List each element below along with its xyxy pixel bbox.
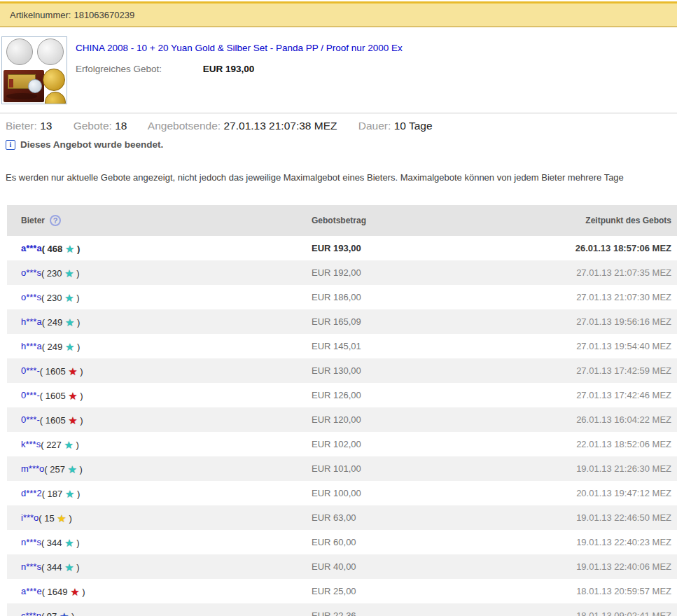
help-icon[interactable]: ? xyxy=(50,215,61,226)
item-number-bar: Artikelnummer: 181063670239 xyxy=(0,1,677,27)
card-stripe-icon xyxy=(9,79,13,88)
bidder-link[interactable]: n***s xyxy=(21,537,41,547)
winning-bid-line: Erfolgreiches Gebot: EUR 193,00 xyxy=(76,64,403,74)
auction-stats: Bieter: 13 Gebote: 18 Angebotsende: 27.0… xyxy=(0,113,677,132)
bidder-link[interactable]: a***e xyxy=(21,586,42,596)
table-body: a***a ( 468 ★ )EUR 193,0026.01.13 18:57:… xyxy=(7,236,677,616)
feedback-count: ( 1605 ★ ) xyxy=(40,390,83,401)
bidder-link[interactable]: h***a xyxy=(21,316,42,327)
item-summary: CHINA 2008 - 10 + 20 Yuan Gold & Silber … xyxy=(1,36,677,104)
bidder-link[interactable]: d***2 xyxy=(21,488,42,498)
item-number-value: 181063670239 xyxy=(74,10,134,20)
feedback-star-icon: ★ xyxy=(68,414,77,426)
feedback-star-icon: ★ xyxy=(65,341,74,353)
bid-row: k***s ( 227 ★ )EUR 102,0022.01.13 18:52:… xyxy=(7,432,677,456)
bid-time: 27.01.13 21:07:30 MEZ xyxy=(543,292,677,302)
feedback-star-icon: ★ xyxy=(64,267,74,279)
bid-row: o***s ( 230 ★ )EUR 192,0027.01.13 21:07:… xyxy=(7,260,677,285)
bid-row: h***a ( 249 ★ )EUR 165,0927.01.13 19:56:… xyxy=(7,309,677,334)
column-header-bidder: Bieter ? xyxy=(7,215,312,226)
bidder-link[interactable]: m***o xyxy=(21,463,44,474)
bidder-link[interactable]: o***s xyxy=(21,267,41,278)
feedback-count: ( 249 ★ ) xyxy=(42,316,81,328)
feedback-star-icon: ★ xyxy=(70,586,79,598)
feedback-count: ( 230 ★ ) xyxy=(41,292,80,303)
bid-time: 27.01.13 17:42:46 MEZ xyxy=(543,390,677,400)
bid-time: 18.01.13 09:02:41 MEZ xyxy=(543,610,677,616)
feedback-count: ( 227 ★ ) xyxy=(41,439,79,450)
bid-amount: EUR 165,09 xyxy=(312,316,543,327)
bidder-link[interactable]: a***a xyxy=(21,243,42,253)
feedback-star-icon: ★ xyxy=(65,488,74,500)
silver-coin-icon xyxy=(6,38,33,65)
stat-bids: Gebote: 18 xyxy=(74,120,127,132)
bid-history-description: Es werden nur aktuelle Gebote angezeigt,… xyxy=(6,172,677,183)
bid-row: o***s ( 230 ★ )EUR 186,0027.01.13 21:07:… xyxy=(7,285,677,309)
bid-row: m***o ( 257 ★ )EUR 101,0019.01.13 21:26:… xyxy=(7,456,677,481)
feedback-star-icon: ★ xyxy=(64,561,74,573)
ended-notice-text: Dieses Angebot wurde beendet. xyxy=(20,139,163,150)
bid-row: n***s ( 344 ★ )EUR 60,0019.01.13 22:40:2… xyxy=(7,530,677,554)
bid-amount: EUR 100,00 xyxy=(312,488,543,498)
feedback-count: ( 230 ★ ) xyxy=(41,267,80,279)
feedback-count: ( 1605 ★ ) xyxy=(40,414,83,426)
feedback-count: ( 97 ★ ) xyxy=(41,610,74,616)
feedback-star-icon: ★ xyxy=(65,243,74,255)
feedback-count: ( 344 ★ ) xyxy=(41,537,80,548)
bid-time: 20.01.13 19:47:12 MEZ xyxy=(543,488,677,498)
bid-time: 26.01.13 16:04:22 MEZ xyxy=(543,414,677,425)
feedback-count: ( 1605 ★ ) xyxy=(40,365,83,377)
item-number-label: Artikelnummer: xyxy=(10,10,71,20)
feedback-star-icon: ★ xyxy=(64,292,74,304)
gold-coin-icon xyxy=(43,69,65,91)
feedback-count: ( 15 ★ ) xyxy=(39,512,71,524)
feedback-count: ( 1649 ★ ) xyxy=(42,586,85,597)
info-icon: i xyxy=(6,140,15,150)
bid-amount: EUR 186,00 xyxy=(312,292,543,302)
feedback-star-icon: ★ xyxy=(65,316,74,328)
bidder-link[interactable]: c***n xyxy=(21,610,41,616)
bidder-link[interactable]: o***s xyxy=(21,292,41,302)
bid-time: 27.01.13 17:42:59 MEZ xyxy=(543,365,677,376)
bid-amount: EUR 126,00 xyxy=(312,390,543,400)
bid-amount: EUR 120,00 xyxy=(312,414,543,425)
bid-amount: EUR 145,01 xyxy=(312,341,543,351)
bidder-link[interactable]: n***s xyxy=(21,561,41,572)
bid-amount: EUR 25,00 xyxy=(312,586,543,596)
winning-bid-label: Erfolgreiches Gebot: xyxy=(76,64,200,74)
stat-bidders: Bieter: 13 xyxy=(6,120,52,132)
bid-time: 19.01.13 22:40:06 MEZ xyxy=(543,561,677,572)
stat-end-time: Angebotsende: 27.01.13 21:07:38 MEZ xyxy=(148,120,337,132)
bid-row: c***n ( 97 ★ )EUR 22,3618.01.13 09:02:41… xyxy=(7,603,677,616)
bid-row: i***o ( 15 ★ )EUR 63,0019.01.13 22:46:50… xyxy=(7,505,677,530)
bidder-link[interactable]: 0***- xyxy=(21,365,40,376)
stat-duration: Dauer: 10 Tage xyxy=(358,120,433,132)
bid-time: 18.01.13 20:59:57 MEZ xyxy=(543,586,677,596)
bid-amount: EUR 193,00 xyxy=(312,243,543,253)
bid-amount: EUR 22,36 xyxy=(312,610,543,616)
table-header-row: Bieter ? Gebotsbetrag Zeitpunkt des Gebo… xyxy=(7,205,677,236)
bid-time: 19.01.13 21:26:30 MEZ xyxy=(543,463,677,474)
bidder-link[interactable]: 0***- xyxy=(21,414,40,425)
winning-bid-value: EUR 193,00 xyxy=(203,64,255,74)
bid-time: 27.01.13 21:07:35 MEZ xyxy=(543,267,677,278)
bid-amount: EUR 63,00 xyxy=(312,512,543,523)
bidder-link[interactable]: h***a xyxy=(21,341,42,351)
box-shadow-decoration xyxy=(6,93,37,99)
bidder-link[interactable]: 0***- xyxy=(21,390,40,400)
bid-history-table: Bieter ? Gebotsbetrag Zeitpunkt des Gebo… xyxy=(7,205,677,616)
bidder-link[interactable]: i***o xyxy=(21,512,39,523)
feedback-star-icon: ★ xyxy=(68,463,77,475)
feedback-star-icon: ★ xyxy=(68,365,77,377)
feedback-count: ( 344 ★ ) xyxy=(41,561,80,573)
bid-row: a***e ( 1649 ★ )EUR 25,0018.01.13 20:59:… xyxy=(7,579,677,603)
bid-amount: EUR 102,00 xyxy=(312,439,543,449)
gold-coin-icon xyxy=(45,92,66,104)
bid-amount: EUR 192,00 xyxy=(312,267,543,278)
item-title-link[interactable]: CHINA 2008 - 10 + 20 Yuan Gold & Silber … xyxy=(76,43,403,53)
feedback-count: ( 249 ★ ) xyxy=(42,341,81,352)
item-thumbnail[interactable] xyxy=(1,36,67,104)
bid-amount: EUR 60,00 xyxy=(312,537,543,547)
bid-row: a***a ( 468 ★ )EUR 193,0026.01.13 18:57:… xyxy=(7,236,677,260)
bidder-link[interactable]: k***s xyxy=(21,439,41,449)
